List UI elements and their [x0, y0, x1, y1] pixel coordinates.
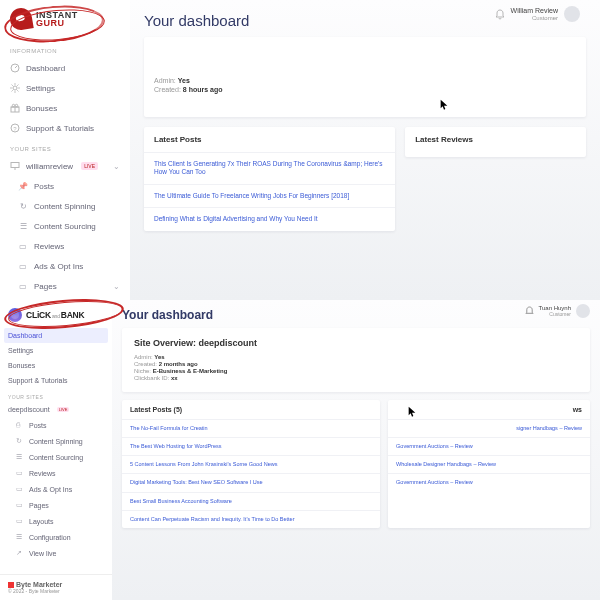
latest-reviews-heading: Latest Reviews — [405, 127, 586, 152]
post-link[interactable]: Defining What is Digital Advertising and… — [144, 207, 395, 230]
latest-reviews-card: ws signer Handbags – Review Government A… — [388, 400, 590, 528]
svg-point-1 — [13, 86, 17, 90]
latest-reviews-heading: ws — [388, 400, 590, 419]
section-your-sites: YOUR SITES — [0, 388, 112, 402]
sidebar-item-content-sourcing[interactable]: ☰Content Sourcing — [0, 216, 130, 236]
svg-rect-7 — [11, 163, 19, 168]
live-badge: LIVE — [57, 407, 70, 412]
brand-logo[interactable]: CLiCKandBANK — [0, 300, 112, 328]
avatar-icon[interactable] — [576, 304, 590, 318]
sidebar-item-bonuses[interactable]: Bonuses — [0, 358, 112, 373]
site-overview-card: Site Overview: deepdiscount Admin: Yes C… — [122, 328, 590, 392]
sidebar-item-ads[interactable]: ▭Ads & Opt Ins — [0, 256, 130, 276]
sidebar-item-pages[interactable]: ▭Pages — [0, 497, 112, 513]
sidebar-item-ads[interactable]: ▭Ads & Opt Ins — [0, 481, 112, 497]
chat-icon: ▭ — [16, 469, 24, 477]
brand-text: INSTANT GURU — [36, 11, 78, 27]
latest-reviews-card: Latest Reviews — [405, 127, 586, 157]
mouse-cursor-icon — [408, 406, 416, 418]
pin-icon: ⎙ — [16, 421, 24, 429]
latest-posts-heading: Latest Posts (5) — [122, 400, 380, 419]
sidebar-item-support[interactable]: Support & Tutorials — [0, 373, 112, 388]
sidebar-item-dashboard[interactable]: Dashboard — [4, 328, 108, 343]
sidebar: INSTANT GURU INFORMATION Dashboard Setti… — [0, 0, 130, 300]
cursor-icon: ▭ — [18, 261, 28, 271]
sidebar-item-reviews[interactable]: ▭Reviews — [0, 465, 112, 481]
guru-mark-icon — [8, 6, 33, 31]
gear-icon — [10, 83, 20, 93]
sidebar-site-selector[interactable]: deepdiscount LIVE — [0, 402, 112, 417]
post-link[interactable]: Digital Marketing Tools: Best New SEO So… — [122, 473, 380, 491]
sidebar-item-posts[interactable]: 📌Posts — [0, 176, 130, 196]
sidebar-site-selector[interactable]: williamreview LIVE ⌄ — [0, 156, 130, 176]
user-menu[interactable]: Tuan Huynh Customer — [539, 305, 571, 317]
user-menu[interactable]: William Review Customer — [511, 7, 558, 21]
instant-guru-panel: INSTANT GURU INFORMATION Dashboard Setti… — [0, 0, 600, 300]
doc-icon: ☰ — [16, 453, 24, 461]
header-bar: Tuan Huynh Customer — [525, 304, 590, 318]
chevron-down-icon: ⌄ — [113, 282, 120, 291]
sidebar-item-reviews[interactable]: ▭Reviews — [0, 236, 130, 256]
sidebar-item-posts[interactable]: ⎙Posts — [0, 417, 112, 433]
refresh-icon: ↻ — [16, 437, 24, 445]
swirl-icon — [8, 308, 22, 322]
post-link[interactable]: This Client Is Generating 7x Their ROAS … — [144, 152, 395, 184]
sidebar: CLiCKandBANK Dashboard Settings Bonuses … — [0, 300, 112, 600]
sidebar-item-bonuses[interactable]: Bonuses — [0, 98, 130, 118]
copyright: © 2022 - Byte Marketer — [8, 588, 104, 594]
post-link[interactable]: 5 Content Lessons From John Krasinski's … — [122, 455, 380, 473]
post-link[interactable]: The No-Fail Formula for Creatin — [122, 419, 380, 437]
click-and-bank-panel: CLiCKandBANK Dashboard Settings Bonuses … — [0, 300, 600, 600]
brand-text: CLiCKandBANK — [26, 310, 85, 320]
svg-point-4 — [15, 104, 17, 106]
overview-heading: Site Overview: deepdiscount — [134, 338, 578, 348]
review-link[interactable]: signer Handbags – Review — [388, 419, 590, 437]
sidebar-footer: Byte Marketer © 2022 - Byte Marketer — [0, 574, 112, 600]
post-link[interactable]: The Best Web Hosting for WordPress — [122, 437, 380, 455]
live-badge: LIVE — [81, 162, 98, 170]
sidebar-item-pages[interactable]: ▭Pages⌄ — [0, 276, 130, 296]
avatar-icon[interactable] — [564, 6, 580, 22]
latest-posts-card: Latest Posts This Client Is Generating 7… — [144, 127, 395, 231]
layout-icon: ▭ — [16, 517, 24, 525]
post-link[interactable]: The Ultimate Guide To Freelance Writing … — [144, 184, 395, 207]
review-link[interactable]: Government Auctions – Review — [388, 473, 590, 491]
header-bar: William Review Customer — [485, 2, 590, 26]
sidebar-item-settings[interactable]: Settings — [0, 78, 130, 98]
sidebar-item-view-live[interactable]: ↗View live — [0, 545, 112, 561]
sidebar-item-support[interactable]: ? Support & Tutorials — [0, 118, 130, 138]
chevron-down-icon: ⌄ — [113, 162, 120, 171]
site-overview-card: Admin: Yes Created: 8 hours ago — [144, 37, 586, 117]
bell-icon[interactable] — [525, 306, 534, 317]
sidebar-item-content-sourcing[interactable]: ☰Content Sourcing — [0, 449, 112, 465]
sliders-icon: ☰ — [16, 533, 24, 541]
bell-icon[interactable] — [495, 9, 505, 19]
page-title: Your dashboard — [122, 308, 590, 322]
doc-icon: ☰ — [18, 221, 28, 231]
latest-posts-heading: Latest Posts — [144, 127, 395, 152]
page-icon: ▭ — [16, 501, 24, 509]
svg-text:?: ? — [13, 126, 17, 132]
svg-point-3 — [12, 104, 14, 106]
sidebar-item-settings[interactable]: Settings — [0, 343, 112, 358]
latest-posts-card: Latest Posts (5) The No-Fail Formula for… — [122, 400, 380, 528]
review-link[interactable]: Wholesale Designer Handbags – Review — [388, 455, 590, 473]
section-your-sites: YOUR SITES — [0, 138, 130, 156]
gift-icon — [10, 103, 20, 113]
mouse-cursor-icon — [440, 99, 448, 111]
section-information: INFORMATION — [0, 40, 130, 58]
sidebar-item-content-spinning[interactable]: ↻Content Spinning — [0, 196, 130, 216]
help-icon: ? — [10, 123, 20, 133]
chat-icon: ▭ — [18, 241, 28, 251]
sidebar-item-dashboard[interactable]: Dashboard — [0, 58, 130, 78]
sidebar-item-content-spinning[interactable]: ↻Content Spinning — [0, 433, 112, 449]
sidebar-item-layouts[interactable]: ▭Layouts — [0, 513, 112, 529]
review-link[interactable]: Government Auctions – Review — [388, 437, 590, 455]
post-link[interactable]: Content Can Perpetuate Racism and Inequi… — [122, 510, 380, 528]
pin-icon: 📌 — [18, 181, 28, 191]
sidebar-item-configuration[interactable]: ☰Configuration — [0, 529, 112, 545]
external-icon: ↗ — [16, 549, 24, 557]
byte-marketer-logo[interactable]: Byte Marketer — [8, 581, 104, 588]
brand-logo[interactable]: INSTANT GURU — [0, 0, 130, 40]
post-link[interactable]: Best Small Business Accounting Software — [122, 492, 380, 510]
